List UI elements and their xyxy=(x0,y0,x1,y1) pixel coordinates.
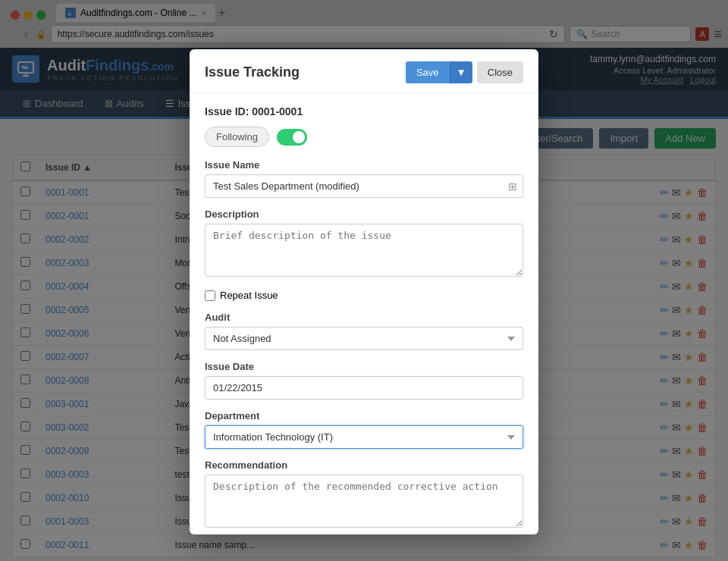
modal-body: Issue ID: 0001-0001 Following Issue Name… xyxy=(190,93,538,534)
issue-name-input[interactable] xyxy=(205,174,523,198)
modal-overlay[interactable]: Issue Tracking Save ▼ Close Issue ID: 00… xyxy=(0,0,728,561)
following-toggle[interactable] xyxy=(277,129,307,146)
save-dropdown-btn[interactable]: ▼ xyxy=(450,61,472,83)
issue-name-label: Issue Name xyxy=(205,159,523,171)
audit-label: Audit xyxy=(205,312,523,323)
repeat-issue-row: Repeat Issue xyxy=(205,290,523,301)
modal-actions: Save ▼ Close xyxy=(406,61,523,83)
repeat-issue-label: Repeat Issue xyxy=(220,290,278,301)
page: A Auditfindings.com - Online ... × + ‹ ›… xyxy=(0,0,728,561)
issue-name-group: Issue Name ⊞ xyxy=(205,159,523,198)
repeat-issue-checkbox[interactable] xyxy=(205,290,215,301)
recommendation-group: Recommendation xyxy=(205,459,523,530)
department-group: Department Information Technology (IT) xyxy=(205,410,523,449)
issue-name-input-wrapper: ⊞ xyxy=(205,174,523,198)
department-label: Department xyxy=(205,410,523,422)
description-textarea[interactable] xyxy=(205,224,523,277)
department-select[interactable]: Information Technology (IT) xyxy=(205,425,523,449)
description-label: Description xyxy=(205,208,523,220)
issue-date-label: Issue Date xyxy=(205,361,523,372)
issue-date-input[interactable] xyxy=(205,376,523,400)
audit-select[interactable]: Not Assigned xyxy=(205,327,523,350)
edit-icon: ⊞ xyxy=(508,180,517,193)
issue-id-label: Issue ID: 0001-0001 xyxy=(205,105,523,118)
save-btn[interactable]: Save xyxy=(406,61,450,83)
modal-title: Issue Tracking xyxy=(205,64,300,80)
recommendation-label: Recommendation xyxy=(205,459,523,471)
issue-date-group: Issue Date xyxy=(205,361,523,400)
save-btn-group: Save ▼ xyxy=(406,61,472,83)
description-group: Description xyxy=(205,208,523,279)
recommendation-textarea[interactable] xyxy=(205,475,523,528)
audit-group: Audit Not Assigned xyxy=(205,312,523,350)
issue-tracking-modal: Issue Tracking Save ▼ Close Issue ID: 00… xyxy=(190,49,538,534)
close-btn[interactable]: Close xyxy=(477,61,523,83)
modal-header: Issue Tracking Save ▼ Close xyxy=(190,49,538,93)
following-btn[interactable]: Following xyxy=(205,127,269,147)
following-row: Following xyxy=(205,127,523,147)
